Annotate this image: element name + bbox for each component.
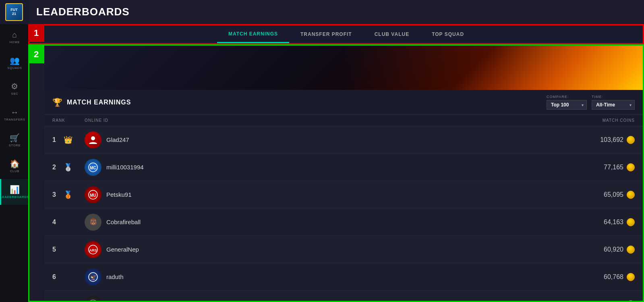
page-header: LEADERBOARDS: [28, 0, 644, 24]
sidebar-item-club[interactable]: 🏠 CLUB: [0, 153, 28, 179]
avatar: 🦅: [85, 269, 101, 285]
avatar: DC: [85, 296, 101, 301]
sidebar-item-home[interactable]: ⌂ HOME: [0, 24, 28, 50]
sbc-icon: ⚙: [11, 82, 19, 90]
rank-cell: 5: [52, 246, 85, 253]
rank-cell: 7: [52, 301, 85, 301]
player-cell: 🐻 Cobrafireball: [85, 214, 570, 231]
table-row[interactable]: 5 ARS GeneralNep 60,920: [44, 236, 643, 263]
sidebar-item-store[interactable]: 🛒 STORE: [0, 127, 28, 153]
table-row[interactable]: 3 🥉 MU Petsku91 65,095: [44, 181, 643, 208]
content-area: 2 🏆 MATCH EARNINGS COMPARE: Top 10: [28, 44, 644, 302]
tab-bar-wrapper: 1 MATCH EARNINGS TRANSFER PROFIT CLUB VA…: [28, 24, 644, 44]
crown-icon: 👑: [64, 135, 72, 144]
section-number-2: 2: [28, 46, 44, 63]
time-control: TIME: All-Time This Season This Month: [592, 95, 635, 110]
table-row[interactable]: 1 👑 Glad247 103,692: [44, 126, 643, 154]
banner-overlay: [344, 46, 643, 90]
rank-cell: 1 👑: [52, 135, 85, 144]
leaderboard-title: 🏆 MATCH EARNINGS: [52, 98, 131, 107]
banner: [44, 46, 643, 90]
coin-icon: [627, 246, 635, 254]
squads-icon: 👥: [10, 56, 20, 65]
svg-text:MC: MC: [90, 166, 96, 170]
tab-top-squad[interactable]: TOP SQUAD: [420, 25, 475, 43]
leaderboard-header: 🏆 MATCH EARNINGS COMPARE: Top 100 Top 50…: [44, 90, 643, 115]
rank-cell: 4: [52, 219, 85, 226]
sidebar-item-leaderboards[interactable]: 📊 LEADERBOARDS: [0, 179, 28, 205]
table-row[interactable]: 4 🐻 Cobrafireball 64,163: [44, 208, 643, 236]
coins-cell: 60,920: [570, 246, 635, 254]
coins-cell: 60,768: [570, 273, 635, 281]
player-cell: DC Aa9Games: [85, 296, 570, 301]
bronze-medal-icon: 🥉: [64, 190, 72, 199]
leaderboard-panel: 🏆 MATCH EARNINGS COMPARE: Top 100 Top 50…: [44, 46, 643, 301]
tab-bar: MATCH EARNINGS TRANSFER PROFIT CLUB VALU…: [29, 25, 643, 43]
compare-control: COMPARE: Top 100 Top 500 Friends: [547, 95, 587, 110]
sidebar-item-transfers[interactable]: ↔ TRANSFERS: [0, 102, 28, 127]
coins-cell: 77,165: [570, 163, 635, 171]
svg-text:MU: MU: [90, 193, 96, 198]
page-title: LEADERBOARDS: [36, 6, 636, 18]
compare-select[interactable]: Top 100 Top 500 Friends: [547, 100, 587, 110]
coin-icon: [627, 300, 635, 301]
player-cell: MU Petsku91: [85, 186, 570, 203]
leaderboards-icon: 📊: [10, 185, 20, 194]
avatar: ARS: [85, 241, 101, 258]
club-icon: 🏠: [10, 160, 20, 168]
time-select-wrapper: All-Time This Season This Month: [592, 100, 635, 110]
coin-icon: [627, 163, 635, 171]
store-icon: 🛒: [10, 134, 20, 142]
rank-cell: 2 🥈: [52, 163, 85, 172]
leaderboard-controls: COMPARE: Top 100 Top 500 Friends TIME:: [547, 95, 635, 110]
coins-column-header: MATCH COINS: [570, 118, 635, 123]
svg-text:ARS: ARS: [89, 248, 97, 252]
svg-point-11: [89, 300, 97, 301]
rank-cell: 6: [52, 273, 85, 281]
sidebar-logo: FUT21: [0, 0, 28, 24]
fut-logo-icon: FUT21: [5, 3, 23, 21]
table-header: RANK ONLINE ID MATCH COINS: [44, 115, 643, 126]
sidebar-item-sbc[interactable]: ⚙ SBC: [0, 76, 28, 102]
svg-text:🐻: 🐻: [90, 219, 97, 226]
coin-icon: [627, 218, 635, 226]
home-icon: ⌂: [12, 31, 17, 39]
leaderboard-rows: 1 👑 Glad247 103,692: [44, 126, 643, 301]
coins-cell: 103,692: [570, 136, 635, 144]
coin-icon: [627, 273, 635, 281]
coins-cell: 65,095: [570, 191, 635, 199]
avatar: MU: [85, 186, 101, 203]
table-row[interactable]: 7 DC Aa9Games 59,257: [44, 291, 643, 301]
player-cell: MC milli10031994: [85, 159, 570, 176]
time-select[interactable]: All-Time This Season This Month: [592, 100, 635, 110]
sidebar-item-squads[interactable]: 👥 SQUADS: [0, 50, 28, 76]
sidebar: FUT21 ⌂ HOME 👥 SQUADS ⚙ SBC ↔ TRANSFERS …: [0, 0, 28, 302]
transfers-icon: ↔: [10, 108, 19, 116]
silver-medal-icon: 🥈: [64, 163, 72, 172]
tab-transfer-profit[interactable]: TRANSFER PROFIT: [289, 25, 363, 43]
avatar: MC: [85, 159, 101, 176]
coins-cell: 59,257: [570, 300, 635, 301]
avatar: [85, 131, 101, 148]
online-id-column-header: ONLINE ID: [85, 118, 570, 123]
svg-text:🦅: 🦅: [90, 274, 97, 281]
rank-column-header: RANK: [52, 118, 85, 123]
table-row[interactable]: 6 🦅 raduth 60,768: [44, 263, 643, 291]
avatar: 🐻: [85, 214, 101, 231]
player-cell: Glad247: [85, 131, 570, 148]
coin-icon: [627, 191, 635, 199]
rank-cell: 3 🥉: [52, 190, 85, 199]
section-number-1: 1: [28, 24, 44, 42]
player-cell: 🦅 raduth: [85, 269, 570, 285]
main-content: LEADERBOARDS 1 MATCH EARNINGS TRANSFER P…: [28, 0, 644, 302]
coin-icon: [627, 136, 635, 144]
tab-match-earnings[interactable]: MATCH EARNINGS: [217, 25, 289, 43]
coins-cell: 64,163: [570, 218, 635, 226]
player-cell: ARS GeneralNep: [85, 241, 570, 258]
tab-club-value[interactable]: CLUB VALUE: [363, 25, 420, 43]
compare-select-wrapper: Top 100 Top 500 Friends: [547, 100, 587, 110]
table-row[interactable]: 2 🥈 MC milli10031994 77,165: [44, 154, 643, 181]
match-earnings-icon: 🏆: [52, 98, 63, 107]
svg-point-0: [91, 136, 95, 140]
